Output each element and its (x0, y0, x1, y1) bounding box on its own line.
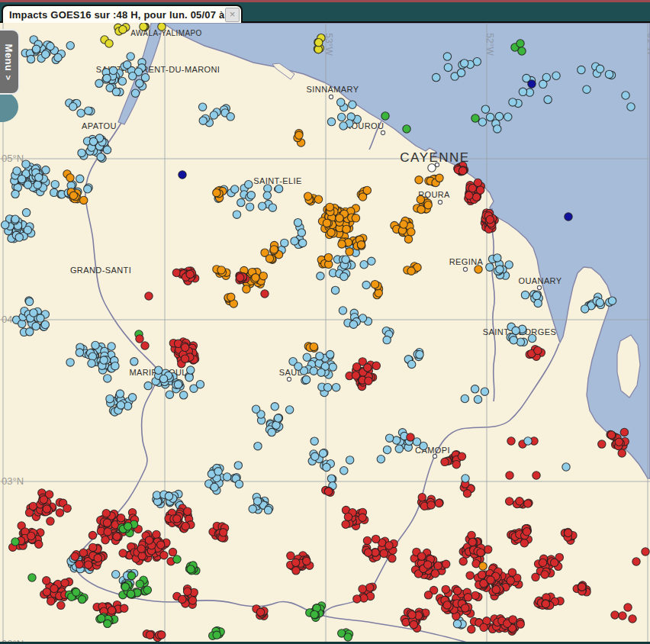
impact-dot-lightblue (544, 95, 552, 103)
impact-dot-lightblue (444, 63, 452, 71)
impact-dot-lightblue (331, 286, 339, 294)
impact-dot-lightblue (346, 456, 353, 464)
impact-dot-lightblue (578, 66, 585, 73)
impact-dot-lightblue (281, 239, 288, 246)
impact-dot-orange (314, 195, 322, 203)
impact-dot-red (458, 452, 465, 460)
impact-dot-lightblue (298, 239, 306, 246)
impact-dot-red (407, 433, 414, 441)
impact-dot-red (88, 531, 96, 539)
town-marker (329, 95, 333, 98)
impact-dot-red (550, 559, 558, 566)
impact-dot-lightblue (84, 185, 92, 193)
impact-dot-red (423, 561, 431, 568)
impact-map[interactable]: 05°N04°N03°N02°N53°W52°W51°WAWALA-YALIMA… (0, 0, 650, 644)
impact-dot-lightblue (478, 118, 486, 126)
impact-dot-orange (79, 196, 87, 204)
impact-dot-red (434, 562, 442, 569)
impact-dot-lightblue (327, 118, 335, 125)
impact-dot-red (541, 571, 549, 578)
layer-tab[interactable]: Impacts GOES16 sur :48 H, pour lun. 05/0… (2, 5, 243, 23)
impact-dot-lightblue (22, 160, 30, 168)
impact-dot-lightblue (552, 72, 560, 79)
impact-dot-green (98, 614, 105, 622)
impact-dot-orange (259, 272, 267, 279)
impact-dot-lightblue (104, 375, 111, 382)
impact-dot-orange (424, 201, 432, 208)
impact-dot-lightblue (34, 181, 41, 188)
impact-dot-lightblue (471, 385, 478, 393)
impact-dot-orange (404, 235, 412, 243)
impact-dot-lightblue (252, 405, 259, 413)
impact-dot-red (146, 631, 153, 639)
impact-dot-lightblue (26, 328, 34, 336)
impact-dot-red (372, 362, 380, 369)
impact-dot-lightblue (302, 375, 310, 383)
impact-dot-green (72, 588, 80, 596)
close-icon[interactable]: × (225, 8, 240, 22)
impact-dot-lightblue (432, 73, 439, 81)
impact-dot-orange (213, 188, 220, 196)
impact-dot-red (353, 595, 361, 603)
impact-dot-green (173, 555, 181, 563)
impact-dot-orange (415, 176, 423, 184)
impact-dot-red (578, 583, 586, 591)
impact-dot-red (487, 576, 494, 584)
impact-dot-lightblue (112, 88, 120, 95)
impact-dot-lightblue (596, 298, 603, 306)
impact-dot-lightblue (159, 375, 167, 382)
impact-dot-lightblue (116, 390, 124, 398)
impact-dot-lightblue (185, 373, 193, 381)
impact-dot-red (620, 428, 628, 436)
impact-dot-lightblue (118, 77, 126, 85)
town-label: APATOU (82, 121, 117, 130)
impact-dot-red (471, 591, 479, 599)
menu-tab[interactable]: Menu > (0, 29, 20, 95)
impact-dot-lightblue (108, 343, 115, 350)
impact-dot-orange (346, 248, 353, 256)
impact-dot-red (507, 437, 515, 445)
impact-dot-red (113, 533, 121, 540)
impact-dot-red (43, 577, 50, 584)
impact-dot-lightblue (481, 105, 489, 113)
impact-dot-lightblue (230, 185, 238, 193)
impact-dot-red (388, 555, 396, 562)
impact-dot-red (452, 460, 460, 468)
impact-dot-red (169, 548, 176, 555)
impact-dot-lightblue (311, 437, 318, 445)
impact-dot-red (408, 611, 416, 619)
impact-dot-red (359, 514, 366, 521)
impact-dot-red (418, 494, 426, 501)
impact-dot-red (303, 557, 311, 565)
impact-dot-red (136, 335, 143, 343)
impact-dot-lightblue (66, 42, 74, 50)
impact-dot-red (465, 192, 473, 199)
impact-dot-lightblue (123, 61, 130, 69)
impact-dot-lightblue (539, 80, 547, 88)
impact-dot-lightblue (596, 65, 603, 72)
impact-dot-lightblue (224, 473, 231, 481)
impact-dot-red (435, 499, 442, 507)
impact-dot-red (186, 270, 194, 278)
impact-dot-red (468, 538, 476, 546)
impact-dot-white (428, 164, 436, 172)
impact-dot-lightblue (329, 363, 336, 371)
impact-dot-lightblue (453, 620, 461, 627)
impact-dot-lightblue (486, 263, 494, 271)
impact-dot-lightblue (11, 190, 19, 198)
impact-dot-red (463, 490, 471, 497)
impact-dot-lightblue (310, 367, 317, 375)
impact-dot-red (443, 601, 451, 609)
impact-dot-red (158, 631, 166, 639)
impact-dot-lightblue (275, 185, 282, 192)
impact-dot-orange (338, 240, 346, 248)
impact-dot-lightblue (512, 327, 520, 334)
town-marker (438, 200, 442, 204)
impact-dot-red (462, 604, 469, 612)
impact-dot-green (78, 595, 85, 603)
impact-dot-red (468, 626, 475, 633)
impact-dot-lightblue (111, 362, 119, 369)
impact-dot-lightblue (144, 382, 152, 389)
impact-dot-red (63, 504, 71, 512)
impact-dot-green (344, 633, 352, 641)
